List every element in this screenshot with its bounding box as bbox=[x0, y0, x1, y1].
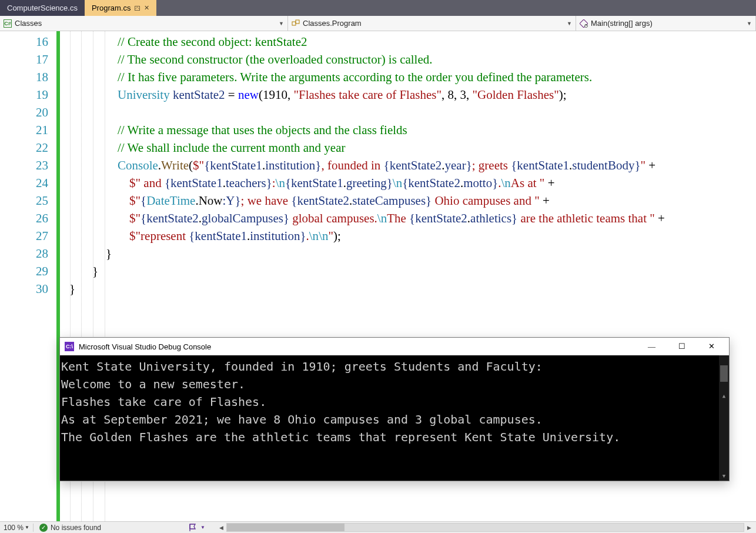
code-line: $"{kentState2.globalCampuses} global cam… bbox=[129, 209, 665, 227]
scroll-thumb[interactable] bbox=[720, 365, 728, 382]
console-line: Welcome to a new semester. bbox=[61, 377, 245, 391]
minimize-button[interactable]: — bbox=[639, 338, 664, 355]
document-tabs: ComputerScience.cs Program.cs ⮹ ✕ bbox=[0, 0, 756, 16]
debug-console-window: C:\ Microsoft Visual Studio Debug Consol… bbox=[59, 337, 730, 481]
code-line: } bbox=[106, 245, 112, 262]
maximize-button[interactable]: ☐ bbox=[669, 338, 694, 355]
error-nav[interactable]: ▼ bbox=[183, 524, 211, 532]
chevron-down-icon: ▼ bbox=[25, 525, 29, 530]
console-titlebar[interactable]: C:\ Microsoft Visual Studio Debug Consol… bbox=[60, 338, 729, 355]
csharp-icon: C# bbox=[4, 19, 12, 28]
chevron-down-icon: ▼ bbox=[279, 21, 284, 26]
chevron-down-icon: ▼ bbox=[200, 525, 205, 530]
line-number: 17 bbox=[0, 51, 54, 68]
horizontal-scrollbar[interactable]: ◀ ▶ bbox=[211, 523, 756, 532]
code-line: // We shall include the current month an… bbox=[118, 139, 345, 156]
line-number: 21 bbox=[0, 121, 54, 139]
scroll-thumb[interactable] bbox=[227, 524, 344, 531]
code-line: } bbox=[69, 280, 75, 298]
console-line: The Golden Flashes are the athletic team… bbox=[61, 430, 620, 444]
code-line: Console.Write($"{kentState1.institution}… bbox=[118, 156, 655, 174]
vs-icon: C:\ bbox=[65, 342, 74, 351]
chevron-down-icon: ▼ bbox=[747, 21, 752, 26]
flag-icon bbox=[189, 524, 199, 532]
scroll-track[interactable] bbox=[226, 523, 744, 532]
navigation-bar: C# Classes ▼ Classes.Program ▼ Main(stri… bbox=[0, 16, 756, 31]
issues-label: No issues found bbox=[51, 524, 101, 532]
console-line: As at September 2021; we have 8 Ohio cam… bbox=[61, 412, 543, 427]
code-line: University kentState2 = new(1910, "Flash… bbox=[118, 86, 567, 104]
line-number: 19 bbox=[0, 86, 54, 104]
check-icon: ✓ bbox=[39, 524, 48, 532]
code-line: $"represent {kentState1.institution}.\n\… bbox=[129, 227, 341, 245]
status-bar: 100 % ▼ ✓ No issues found ▼ ◀ ▶ bbox=[0, 521, 756, 533]
issues-indicator[interactable]: ✓ No issues found bbox=[34, 524, 107, 532]
scope-label: Classes bbox=[15, 19, 276, 28]
close-icon[interactable]: ✕ bbox=[144, 4, 149, 12]
code-line: // Write a message that uses the objects… bbox=[118, 121, 407, 139]
scroll-up-icon[interactable]: ▲ bbox=[719, 391, 729, 401]
tab-program[interactable]: Program.cs ⮹ ✕ bbox=[85, 0, 156, 16]
method-icon bbox=[580, 19, 588, 28]
console-scrollbar[interactable]: ▲ ▼ bbox=[719, 355, 729, 481]
code-line: // It has five parameters. Write the arg… bbox=[118, 68, 592, 86]
line-number: 23 bbox=[0, 156, 54, 174]
code-line: // The second constructor (the overloade… bbox=[118, 51, 433, 68]
scroll-right-icon[interactable]: ▶ bbox=[744, 525, 754, 531]
code-line: $"{DateTime.Now:Y}; we have {kentState2.… bbox=[129, 192, 550, 209]
console-line: Kent State University, founded in 1910; … bbox=[61, 359, 543, 374]
line-number: 26 bbox=[0, 209, 54, 227]
chevron-down-icon: ▼ bbox=[567, 21, 572, 26]
code-line: } bbox=[92, 262, 98, 280]
line-number: 18 bbox=[0, 68, 54, 86]
class-dropdown[interactable]: Classes.Program ▼ bbox=[288, 16, 576, 31]
class-icon bbox=[292, 19, 300, 28]
console-line: Flashes take care of Flashes. bbox=[61, 395, 266, 409]
close-button[interactable]: ✕ bbox=[699, 338, 724, 355]
member-label: Main(string[] args) bbox=[591, 19, 744, 28]
console-output[interactable]: Kent State University, founded in 1910; … bbox=[60, 355, 729, 481]
code-editor[interactable]: 16 17 18 19 20 21 22 23 24 25 26 27 28 2… bbox=[0, 31, 756, 521]
tab-label: Program.cs bbox=[92, 4, 131, 12]
zoom-value: 100 % bbox=[4, 524, 24, 532]
svg-rect-0 bbox=[292, 22, 296, 25]
line-number: 24 bbox=[0, 174, 54, 192]
line-number: 16 bbox=[0, 33, 54, 51]
member-dropdown[interactable]: Main(string[] args) ▼ bbox=[576, 16, 756, 31]
console-title: Microsoft Visual Studio Debug Console bbox=[79, 342, 634, 351]
line-number: 25 bbox=[0, 192, 54, 209]
line-number: 27 bbox=[0, 227, 54, 245]
zoom-dropdown[interactable]: 100 % ▼ bbox=[0, 524, 33, 532]
code-line: // Create the second object: kentState2 bbox=[118, 33, 307, 51]
line-number: 30 bbox=[0, 280, 54, 298]
code-line: $" and {kentState1.teachers}:\n{kentStat… bbox=[129, 174, 555, 192]
scroll-left-icon[interactable]: ◀ bbox=[217, 525, 226, 531]
scope-dropdown[interactable]: C# Classes ▼ bbox=[0, 16, 288, 31]
tab-label: ComputerScience.cs bbox=[7, 4, 78, 12]
tab-computer-science[interactable]: ComputerScience.cs bbox=[0, 0, 85, 16]
line-number: 20 bbox=[0, 104, 54, 121]
pin-icon[interactable]: ⮹ bbox=[134, 5, 141, 12]
line-number: 29 bbox=[0, 262, 54, 280]
line-number: 28 bbox=[0, 245, 54, 262]
svg-rect-4 bbox=[586, 24, 587, 25]
svg-rect-1 bbox=[296, 20, 299, 24]
line-number: 22 bbox=[0, 139, 54, 156]
class-label: Classes.Program bbox=[303, 19, 564, 28]
scroll-down-icon[interactable]: ▼ bbox=[719, 471, 729, 481]
